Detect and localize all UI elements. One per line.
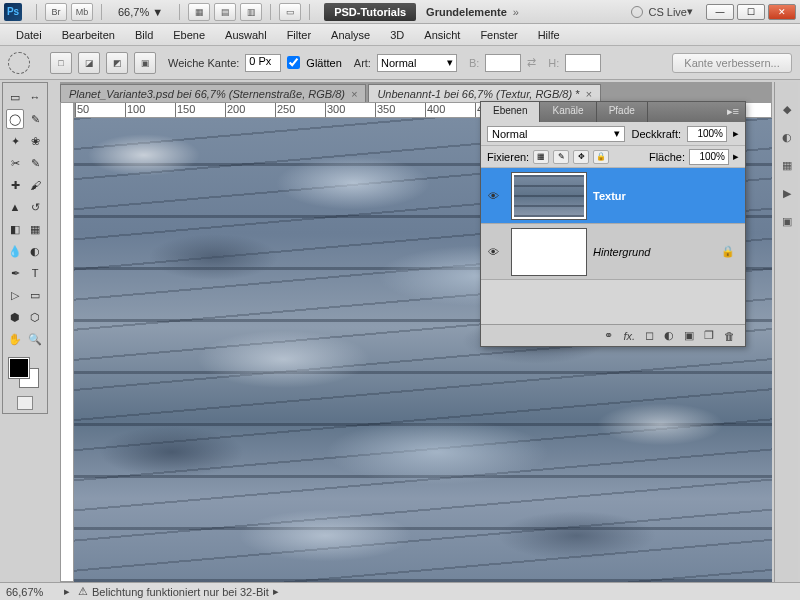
- lasso-tool[interactable]: ✎: [26, 109, 44, 129]
- brush-tool[interactable]: 🖌: [26, 175, 44, 195]
- stamp-tool[interactable]: ▲: [6, 197, 24, 217]
- current-tool-icon[interactable]: [8, 52, 30, 74]
- color-swatch[interactable]: [5, 356, 45, 392]
- maximize-button[interactable]: ☐: [737, 4, 765, 20]
- workspace-grundelemente[interactable]: Grundelemente: [426, 6, 507, 18]
- doc-tab-1[interactable]: Planet_Variante3.psd bei 66,7% (Sternens…: [60, 84, 366, 102]
- menu-ebene[interactable]: Ebene: [163, 26, 215, 44]
- feather-input[interactable]: 0 Px: [245, 54, 281, 72]
- link-layers-button[interactable]: ⚭: [604, 329, 613, 342]
- delete-layer-button[interactable]: 🗑: [724, 330, 735, 342]
- 3d-camera-tool[interactable]: ⬡: [26, 307, 44, 327]
- menu-ansicht[interactable]: Ansicht: [414, 26, 470, 44]
- antialias-checkbox[interactable]: [287, 56, 300, 69]
- panel-menu-icon[interactable]: ▸≡: [721, 102, 745, 122]
- layer-fx-button[interactable]: fx.: [623, 330, 635, 342]
- history-dock-icon[interactable]: ▶: [778, 184, 796, 202]
- refine-edge-button[interactable]: Kante verbessern...: [672, 53, 792, 73]
- status-info[interactable]: ⚠ Belichtung funktioniert nur bei 32-Bit…: [78, 585, 279, 598]
- menu-bild[interactable]: Bild: [125, 26, 163, 44]
- new-layer-button[interactable]: ❐: [704, 329, 714, 342]
- style-select[interactable]: Normal▾: [377, 54, 457, 72]
- visibility-icon[interactable]: 👁: [481, 190, 505, 202]
- view-rulers-button[interactable]: ▤: [214, 3, 236, 21]
- layer-thumbnail[interactable]: [511, 228, 587, 276]
- minibridge-button[interactable]: Mb: [71, 3, 93, 21]
- menu-hilfe[interactable]: Hilfe: [528, 26, 570, 44]
- wand-tool[interactable]: ✦: [6, 131, 24, 151]
- doc-tab-2[interactable]: Unbenannt-1 bei 66,7% (Textur, RGB/8) *×: [368, 84, 600, 102]
- gradient-tool[interactable]: ▦: [26, 219, 44, 239]
- minimize-button[interactable]: —: [706, 4, 734, 20]
- layer-row-hintergrund[interactable]: 👁 Hintergrund 🔒: [481, 224, 745, 280]
- zoom-level[interactable]: 66,7% ▼: [118, 6, 163, 18]
- selection-intersect-button[interactable]: ▣: [134, 52, 156, 74]
- cs-live-button[interactable]: CS Live ▾: [631, 5, 693, 18]
- 3d-tool[interactable]: ⬢: [6, 307, 24, 327]
- zoom-tool[interactable]: 🔍: [26, 329, 44, 349]
- close-icon[interactable]: ×: [585, 88, 591, 100]
- eyedropper-tool[interactable]: ✎: [26, 153, 44, 173]
- opacity-arrow-icon[interactable]: ▸: [733, 127, 739, 140]
- menu-bearbeiten[interactable]: Bearbeiten: [52, 26, 125, 44]
- type-tool[interactable]: T: [26, 263, 44, 283]
- visibility-icon[interactable]: 👁: [481, 246, 505, 258]
- menu-filter[interactable]: Filter: [277, 26, 321, 44]
- layer-mask-button[interactable]: ◻: [645, 329, 654, 342]
- selection-new-button[interactable]: □: [50, 52, 72, 74]
- fill-input[interactable]: 100%: [689, 149, 729, 165]
- ruler-vertical[interactable]: [60, 102, 74, 582]
- lock-pixels-button[interactable]: ✎: [553, 150, 569, 164]
- quickselect-tool[interactable]: ❀: [26, 131, 44, 151]
- pen-tool[interactable]: ✒: [6, 263, 24, 283]
- blend-mode-select[interactable]: Normal▾: [487, 126, 625, 142]
- layer-name[interactable]: Textur: [593, 190, 745, 202]
- menu-fenster[interactable]: Fenster: [470, 26, 527, 44]
- close-button[interactable]: ✕: [768, 4, 796, 20]
- move-tool[interactable]: ▭: [6, 87, 24, 107]
- hand-tool[interactable]: ✋: [6, 329, 24, 349]
- layer-group-button[interactable]: ▣: [684, 329, 694, 342]
- panel-tab-pfade[interactable]: Pfade: [597, 102, 648, 122]
- layer-thumbnail[interactable]: [511, 172, 587, 220]
- layer-name[interactable]: Hintergrund: [593, 246, 721, 258]
- screen-mode-button[interactable]: ▭: [279, 3, 301, 21]
- menu-datei[interactable]: Datei: [6, 26, 52, 44]
- path-select-tool[interactable]: ▷: [6, 285, 24, 305]
- blur-tool[interactable]: 💧: [6, 241, 24, 261]
- styles-dock-icon[interactable]: ▦: [778, 156, 796, 174]
- close-icon[interactable]: ×: [351, 88, 357, 100]
- layer-row-textur[interactable]: 👁 Textur: [481, 168, 745, 224]
- eraser-tool[interactable]: ◧: [6, 219, 24, 239]
- layers-dock-icon[interactable]: ◆: [778, 100, 796, 118]
- fill-arrow-icon[interactable]: ▸: [733, 150, 739, 163]
- menu-auswahl[interactable]: Auswahl: [215, 26, 277, 44]
- selection-add-button[interactable]: ◪: [78, 52, 100, 74]
- foreground-color[interactable]: [9, 358, 29, 378]
- view-guides-button[interactable]: ▥: [240, 3, 262, 21]
- dodge-tool[interactable]: ◐: [26, 241, 44, 261]
- opacity-input[interactable]: 100%: [687, 126, 727, 142]
- adjustments-dock-icon[interactable]: ◐: [778, 128, 796, 146]
- panel-tab-kanaele[interactable]: Kanäle: [540, 102, 596, 122]
- bridge-button[interactable]: Br: [45, 3, 67, 21]
- lock-all-button[interactable]: 🔒: [593, 150, 609, 164]
- workspace-more-icon[interactable]: »: [513, 6, 519, 18]
- shape-tool[interactable]: ▭: [26, 285, 44, 305]
- panel-tab-ebenen[interactable]: Ebenen: [481, 102, 540, 122]
- lock-transparency-button[interactable]: ▦: [533, 150, 549, 164]
- lock-position-button[interactable]: ✥: [573, 150, 589, 164]
- marquee-tool[interactable]: ◯: [6, 109, 24, 129]
- move-anchor-tool[interactable]: ↔: [26, 87, 44, 107]
- actions-dock-icon[interactable]: ▣: [778, 212, 796, 230]
- workspace-psdtutorials[interactable]: PSD-Tutorials: [324, 3, 416, 21]
- adjustment-layer-button[interactable]: ◐: [664, 329, 674, 342]
- view-extras-button[interactable]: ▦: [188, 3, 210, 21]
- history-brush-tool[interactable]: ↺: [26, 197, 44, 217]
- crop-tool[interactable]: ✂: [6, 153, 24, 173]
- menu-analyse[interactable]: Analyse: [321, 26, 380, 44]
- selection-subtract-button[interactable]: ◩: [106, 52, 128, 74]
- quickmask-button[interactable]: [17, 396, 33, 410]
- status-zoom[interactable]: 66,67%: [6, 586, 56, 598]
- heal-tool[interactable]: ✚: [6, 175, 24, 195]
